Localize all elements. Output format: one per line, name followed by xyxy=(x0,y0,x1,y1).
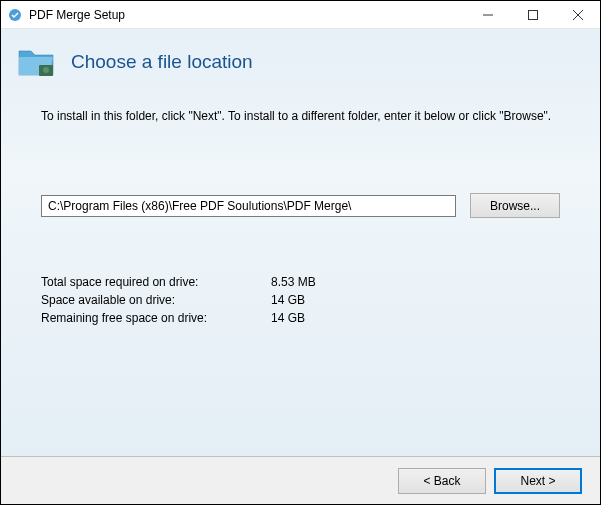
next-button[interactable]: Next > xyxy=(494,468,582,494)
content-area: Choose a file location To install in thi… xyxy=(1,29,600,504)
space-remaining-label: Remaining free space on drive: xyxy=(41,309,271,327)
installer-window: PDF Merge Setup Choose a fi xyxy=(0,0,601,505)
window-title: PDF Merge Setup xyxy=(29,8,465,22)
space-required-value: 8.53 MB xyxy=(271,273,316,291)
space-required-row: Total space required on drive: 8.53 MB xyxy=(41,273,560,291)
space-available-row: Space available on drive: 14 GB xyxy=(41,291,560,309)
space-required-label: Total space required on drive: xyxy=(41,273,271,291)
page-body: To install in this folder, click "Next".… xyxy=(1,99,600,456)
browse-button[interactable]: Browse... xyxy=(470,193,560,218)
instruction-text: To install in this folder, click "Next".… xyxy=(41,109,560,123)
minimize-button[interactable] xyxy=(465,1,510,28)
maximize-button[interactable] xyxy=(510,1,555,28)
path-row: Browse... xyxy=(41,193,560,218)
space-available-value: 14 GB xyxy=(271,291,305,309)
app-icon xyxy=(7,7,23,23)
back-button[interactable]: < Back xyxy=(398,468,486,494)
space-remaining-value: 14 GB xyxy=(271,309,305,327)
window-controls xyxy=(465,1,600,28)
page-header: Choose a file location xyxy=(1,29,600,99)
space-remaining-row: Remaining free space on drive: 14 GB xyxy=(41,309,560,327)
svg-rect-2 xyxy=(528,10,537,19)
svg-point-6 xyxy=(43,67,49,73)
page-title: Choose a file location xyxy=(71,51,253,73)
footer: < Back Next > xyxy=(1,456,600,504)
folder-icon xyxy=(15,41,57,83)
install-path-input[interactable] xyxy=(41,195,456,217)
space-info: Total space required on drive: 8.53 MB S… xyxy=(41,273,560,327)
titlebar: PDF Merge Setup xyxy=(1,1,600,29)
close-button[interactable] xyxy=(555,1,600,28)
space-available-label: Space available on drive: xyxy=(41,291,271,309)
